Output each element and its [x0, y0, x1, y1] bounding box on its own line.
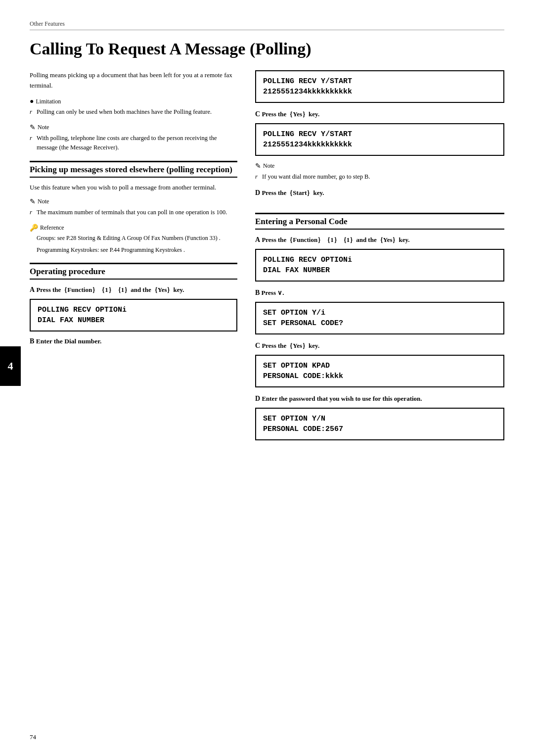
page-number: 74: [30, 733, 36, 741]
step-a-alpha: A: [30, 286, 35, 293]
section1-intro: Use this feature when you wish to poll a…: [30, 183, 237, 193]
entering-step-d: D Enter the password that you wish to us…: [255, 393, 504, 404]
header-text: Other Features: [30, 20, 65, 27]
lcd-top1: POLLING RECV Y/START 2125551234kkkkkkkkk…: [255, 70, 504, 103]
note-pencil-icon: ✎: [30, 123, 36, 132]
right-column: POLLING RECV Y/START 2125551234kkkkkkkkk…: [255, 70, 504, 446]
reference-key-icon: 🔑: [30, 224, 38, 232]
entering-heading: Entering a Personal Code: [255, 213, 504, 230]
section1-note-item: The maximum number of terminals that you…: [30, 208, 237, 217]
header-section: Other Features: [30, 20, 504, 30]
entering-lcd2-line2: SET PERSONAL CODE?: [263, 318, 496, 329]
lcd-top2-line2: 2125551234kkkkkkkkkk: [263, 140, 496, 150]
step-d-right: D Press the｛Start｝key.: [255, 188, 504, 198]
note-right-label-text: Note: [263, 162, 274, 170]
chapter-number: 4: [8, 360, 13, 373]
entering-lcd1-line2: DIAL FAX NUMBER: [263, 265, 496, 276]
entering-step-b: B Press ∨.: [255, 287, 504, 298]
entering-step-c-text: Press the｛Yes｝key.: [262, 342, 319, 349]
note1-item: With polling, telephone line costs are c…: [30, 134, 237, 153]
entering-lcd2: SET OPTION Y/i SET PERSONAL CODE?: [255, 302, 504, 334]
step-d-text: Press the｛Start｝key.: [262, 189, 324, 196]
entering-lcd4-line2: PERSONAL CODE:2567: [263, 424, 496, 434]
intro-paragraph: Polling means picking up a document that…: [30, 70, 237, 91]
reference-section: 🔑 Reference Groups: see P.28 Storing & E…: [30, 224, 237, 255]
entering-lcd2-line1: SET OPTION Y/i: [263, 308, 496, 318]
entering-step-c-alpha: C: [255, 342, 260, 349]
section2-heading: Operating procedure: [30, 263, 237, 280]
limitation-section: ● Limitation Polling can only be used wh…: [30, 97, 237, 117]
step-c1-alpha: C: [255, 110, 260, 118]
entering-step-a: A Press the｛Function｝｛1｝｛1｝and the｛Yes｝k…: [255, 235, 504, 245]
entering-lcd4-line1: SET OPTION Y/N: [263, 414, 496, 424]
entering-lcd1-line1: POLLING RECV OPTIONi: [263, 255, 496, 265]
reference-item-2: Programming Keystrokes: see P.44 Program…: [30, 245, 237, 255]
entering-step-c: C Press the｛Yes｝key.: [255, 340, 504, 351]
note-right: ✎ Note If you want dial more number, go …: [255, 162, 504, 182]
note-right-item: If you want dial more number, go to step…: [255, 172, 504, 182]
step-b-text: Enter the Dial number.: [36, 337, 102, 345]
note1-label-text: Note: [38, 124, 49, 131]
entering-step-d-text: Enter the password that you wish to use …: [262, 395, 422, 402]
entering-lcd4: SET OPTION Y/N PERSONAL CODE:2567: [255, 408, 504, 440]
lcd-line2: DIAL FAX NUMBER: [38, 315, 229, 326]
entering-step-a-text: Press the｛Function｝｛1｝｛1｝and the｛Yes｝key…: [262, 236, 409, 243]
lcd-box-1: POLLING RECV OPTIONi DIAL FAX NUMBER: [30, 299, 237, 331]
step-b-alpha: B: [30, 337, 34, 345]
entering-step-b-alpha: B: [255, 289, 260, 296]
reference-item-1: Groups: see P.28 Storing & Editing A Gro…: [30, 234, 237, 243]
note1-section: ✎ Note With polling, telephone line cost…: [30, 123, 237, 153]
entering-step-b-text: Press ∨.: [262, 289, 284, 296]
page-title: Calling To Request A Message (Polling): [30, 39, 504, 59]
limitation-item: Polling can only be used when both machi…: [30, 107, 237, 117]
entering-step-d-alpha: D: [255, 395, 260, 402]
step-d-alpha: D: [255, 189, 260, 196]
reference-label-text: Reference: [40, 224, 64, 232]
entering-lcd1: POLLING RECV OPTIONi DIAL FAX NUMBER: [255, 249, 504, 282]
step-a-left: A Press the｛Function｝｛1｝｛1｝and the｛Yes｝k…: [30, 284, 237, 295]
chapter-tab: 4: [0, 346, 21, 386]
note-pencil-icon2: ✎: [30, 197, 36, 206]
note1-label: ✎ Note: [30, 123, 237, 132]
step-c1-text: Press the｛Yes｝key.: [262, 110, 319, 118]
note-pencil-icon3: ✎: [255, 162, 261, 170]
lcd-top1-line1: POLLING RECV Y/START: [263, 76, 496, 87]
reference-label: 🔑 Reference: [30, 224, 237, 232]
lcd-top2-line1: POLLING RECV Y/START: [263, 129, 496, 140]
entering-lcd3-line1: SET OPTION KPAD: [263, 361, 496, 371]
section1-note-label: ✎ Note: [30, 197, 237, 206]
lcd-top1-line2: 2125551234kkkkkkkkkk: [263, 87, 496, 97]
left-column: Polling means picking up a document that…: [30, 70, 237, 446]
lcd-line1: POLLING RECV OPTIONi: [38, 305, 229, 315]
limitation-bullet: ●: [30, 97, 34, 105]
section1-note-label-text: Note: [38, 198, 49, 205]
note-right-label: ✎ Note: [255, 162, 504, 170]
section1-heading: Picking up messages stored elsewhere (po…: [30, 161, 237, 178]
entering-lcd3: SET OPTION KPAD PERSONAL CODE:kkkk: [255, 355, 504, 387]
limitation-label: ● Limitation: [30, 97, 237, 105]
step-c1: C Press the｛Yes｝key.: [255, 109, 504, 119]
step-a-text: Press the｛Function｝｛1｝｛1｝and the｛Yes｝key…: [36, 286, 184, 293]
entering-lcd3-line2: PERSONAL CODE:kkkk: [263, 371, 496, 381]
entering-step-a-alpha: A: [255, 236, 260, 243]
section1-note: ✎ Note The maximum number of terminals t…: [30, 197, 237, 217]
main-content: Polling means picking up a document that…: [30, 70, 504, 446]
lcd-top2: POLLING RECV Y/START 2125551234kkkkkkkkk…: [255, 123, 504, 156]
page: 4 Other Features Calling To Request A Me…: [0, 0, 534, 756]
limitation-label-text: Limitation: [36, 98, 61, 105]
step-b-left: B Enter the Dial number.: [30, 337, 237, 345]
